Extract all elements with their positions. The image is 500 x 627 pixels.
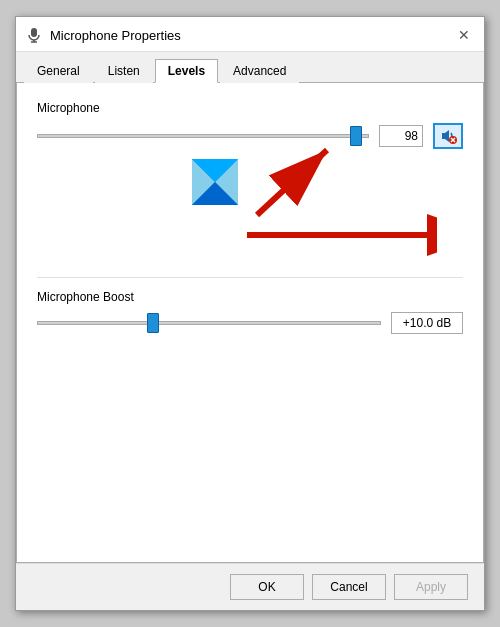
microphone-label: Microphone <box>37 101 463 115</box>
footer: OK Cancel Apply <box>16 563 484 610</box>
properties-window: Microphone Properties ✕ General Listen L… <box>15 16 485 611</box>
tab-levels[interactable]: Levels <box>155 59 218 83</box>
ok-button[interactable]: OK <box>230 574 304 600</box>
close-button[interactable]: ✕ <box>454 25 474 45</box>
title-bar: Microphone Properties ✕ <box>16 17 484 52</box>
boost-label: Microphone Boost <box>37 290 463 304</box>
microphone-icon <box>26 27 42 43</box>
speaker-mute-icon <box>439 127 457 145</box>
window-title: Microphone Properties <box>50 28 181 43</box>
tab-general[interactable]: General <box>24 59 93 83</box>
annotation-area <box>37 155 463 265</box>
mute-button[interactable] <box>433 123 463 149</box>
microphone-value: 98 <box>379 125 423 147</box>
title-bar-left: Microphone Properties <box>26 27 181 43</box>
red-arrow-annotation-2 <box>237 205 437 265</box>
cancel-button[interactable]: Cancel <box>312 574 386 600</box>
svg-rect-0 <box>31 28 37 37</box>
boost-value: +10.0 dB <box>391 312 463 334</box>
tab-content: Microphone 98 <box>16 83 484 563</box>
apply-button[interactable]: Apply <box>394 574 468 600</box>
tab-listen[interactable]: Listen <box>95 59 153 83</box>
tab-advanced[interactable]: Advanced <box>220 59 299 83</box>
boost-slider[interactable] <box>37 321 381 325</box>
svg-marker-3 <box>442 130 449 142</box>
tab-bar: General Listen Levels Advanced <box>16 52 484 83</box>
boost-slider-row: +10.0 dB <box>37 312 463 334</box>
section-divider <box>37 277 463 278</box>
